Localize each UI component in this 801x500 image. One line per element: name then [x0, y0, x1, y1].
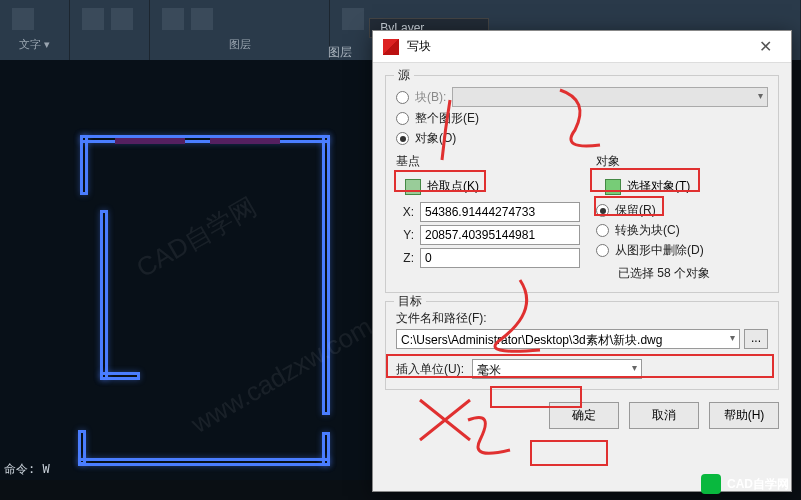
select-objects-button[interactable]: 选择对象(T) [596, 174, 699, 199]
layer2-icon[interactable] [191, 8, 213, 30]
target-legend: 目标 [394, 293, 426, 310]
radio-objects-label: 对象(O) [415, 130, 456, 147]
radio-entire[interactable] [396, 112, 409, 125]
dialog-titlebar[interactable]: 写块 ✕ [373, 31, 791, 63]
source-legend: 源 [394, 67, 414, 84]
unit-label: 插入单位(U): [396, 361, 464, 378]
pick-point-label: 拾取点(K) [427, 178, 479, 195]
dim-icon[interactable] [82, 8, 104, 30]
x-input[interactable] [420, 202, 580, 222]
basepoint-col: 基点 拾取点(K) X: Y: Z: [396, 153, 580, 282]
ok-button[interactable]: 确定 [549, 402, 619, 429]
radio-objects[interactable] [396, 132, 409, 145]
radio-delete[interactable] [596, 244, 609, 257]
radio-delete-label: 从图形中删除(D) [615, 242, 704, 259]
radio-retain-label: 保留(R) [615, 202, 656, 219]
pick-point-button[interactable]: 拾取点(K) [396, 174, 488, 199]
text-icon[interactable] [12, 8, 34, 30]
layer-icon[interactable] [162, 8, 184, 30]
pick-point-icon [405, 179, 421, 195]
objects-col: 对象 选择对象(T) 保留(R) [596, 153, 768, 282]
z-input[interactable] [420, 248, 580, 268]
ribbon-layer-label: 图层 [160, 37, 319, 52]
close-button[interactable]: ✕ [749, 37, 781, 56]
y-input[interactable] [420, 225, 580, 245]
cancel-button[interactable]: 取消 [629, 402, 699, 429]
path-label: 文件名和路径(F): [396, 310, 768, 327]
help-button[interactable]: 帮助(H) [709, 402, 779, 429]
unit-combo[interactable]: 毫米 [472, 359, 642, 379]
watermark: CAD自学网 [130, 189, 263, 286]
dialog-title: 写块 [407, 38, 749, 55]
brand-footer: CAD自学网 [701, 474, 789, 494]
z-label: Z: [396, 251, 414, 265]
unit-value: 毫米 [477, 363, 501, 377]
block-combo [452, 87, 768, 107]
radio-retain[interactable] [596, 204, 609, 217]
drawing-canvas[interactable]: CAD自学网 www.cadzxw.com 命令: W [0, 60, 380, 480]
browse-button[interactable]: ... [744, 329, 768, 349]
autocad-logo-icon [383, 39, 399, 55]
write-block-dialog: 写块 ✕ 源 块(B): 整个图形(E) 对象(O) 基点 [372, 30, 792, 492]
command-line[interactable]: 命令: W [4, 461, 50, 478]
wechat-icon [701, 474, 721, 494]
source-group: 源 块(B): 整个图形(E) 对象(O) 基点 拾取点(K) [385, 75, 779, 293]
radio-entire-label: 整个图形(E) [415, 110, 479, 127]
radio-block[interactable] [396, 91, 409, 104]
brand-text: CAD自学网 [727, 476, 789, 493]
ribbon-text-label: 文字 ▾ [10, 37, 59, 52]
selection-status: 已选择 58 个对象 [618, 265, 768, 282]
y-label: Y: [396, 228, 414, 242]
select-objects-label: 选择对象(T) [627, 178, 690, 195]
props-icon[interactable] [342, 8, 364, 30]
watermark: www.cadzxw.com [186, 311, 378, 440]
table-icon[interactable] [111, 8, 133, 30]
layer-panel-label: 图层 [328, 44, 352, 61]
target-group: 目标 文件名和路径(F): C:\Users\Administrator\Des… [385, 301, 779, 390]
basepoint-legend: 基点 [396, 153, 580, 170]
radio-block-label: 块(B): [415, 89, 446, 106]
x-label: X: [396, 205, 414, 219]
path-value: C:\Users\Administrator\Desktop\3d素材\新块.d… [401, 333, 662, 347]
path-input[interactable]: C:\Users\Administrator\Desktop\3d素材\新块.d… [396, 329, 740, 349]
radio-convert-label: 转换为块(C) [615, 222, 680, 239]
radio-convert[interactable] [596, 224, 609, 237]
select-objects-icon [605, 179, 621, 195]
objects-legend: 对象 [596, 153, 768, 170]
